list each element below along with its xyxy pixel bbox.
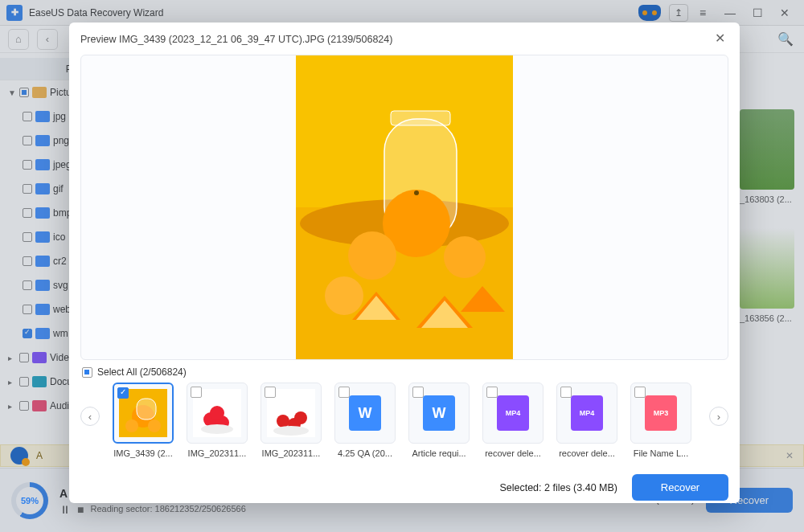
card-label: 4.25 QA (20...: [333, 448, 397, 458]
card-label: Article requi...: [407, 448, 471, 458]
svg-point-19: [201, 424, 233, 434]
card-checkbox[interactable]: [265, 387, 276, 398]
card-label: IMG_3439 (2...: [111, 448, 175, 458]
svg-rect-4: [391, 111, 450, 125]
svg-point-7: [348, 231, 396, 280]
strip-next-button[interactable]: ›: [709, 407, 728, 426]
select-all-checkbox[interactable]: [82, 367, 92, 378]
strip-card[interactable]: IMG_3439 (2...: [111, 383, 175, 458]
strip-card[interactable]: MP3 File Name L...: [629, 383, 693, 458]
card-label: IMG_202311...: [259, 448, 323, 458]
svg-point-6: [414, 190, 419, 195]
svg-rect-14: [137, 399, 156, 419]
card-checkbox[interactable]: [191, 387, 202, 398]
thumbnail-strip: ‹ IMG_3439 (2... IMG_202311... IMG_20231…: [80, 383, 728, 458]
word-icon: [349, 395, 381, 431]
svg-point-9: [325, 276, 363, 315]
card-label: File Name L...: [629, 448, 693, 458]
preview-title: Preview IMG_3439 (2023_12_21 06_39_47 UT…: [80, 34, 392, 45]
word-icon: [423, 395, 455, 431]
strip-card[interactable]: 4.25 QA (20...: [333, 383, 397, 458]
preview-image: [296, 55, 513, 360]
strip-card[interactable]: MP4 recover dele...: [555, 383, 619, 458]
card-checkbox[interactable]: [634, 387, 646, 398]
card-checkbox[interactable]: [117, 387, 129, 399]
svg-point-18: [210, 406, 224, 420]
strip-prev-button[interactable]: ‹: [80, 407, 100, 426]
svg-point-24: [273, 426, 309, 436]
selection-info: Selected: 2 files (3.40 MB): [499, 482, 617, 493]
mp4-icon: MP4: [571, 395, 603, 431]
strip-card[interactable]: IMG_202311...: [185, 383, 249, 458]
mp3-icon: MP3: [645, 395, 677, 431]
card-checkbox[interactable]: [560, 387, 572, 398]
card-checkbox[interactable]: [486, 387, 498, 398]
strip-card[interactable]: MP4 recover dele...: [481, 383, 545, 458]
svg-point-13: [148, 419, 161, 432]
card-label: recover dele...: [555, 448, 619, 458]
svg-point-21: [277, 415, 289, 428]
mp4-icon: MP4: [497, 395, 529, 431]
card-label: recover dele...: [481, 448, 545, 458]
svg-point-8: [444, 236, 486, 278]
card-checkbox[interactable]: [412, 387, 424, 398]
card-checkbox[interactable]: [338, 387, 350, 398]
card-label: IMG_202311...: [185, 448, 249, 458]
svg-point-23: [294, 411, 307, 424]
svg-point-12: [125, 419, 138, 432]
strip-card[interactable]: Article requi...: [407, 383, 471, 458]
preview-pane: [80, 55, 728, 360]
recover-button[interactable]: Recover: [632, 474, 728, 501]
select-all-label: Select All (2/506824): [97, 366, 187, 378]
strip-card[interactable]: IMG_202311...: [259, 383, 323, 458]
preview-dialog: Preview IMG_3439 (2023_12_21 06_39_47 UT…: [69, 23, 740, 503]
dialog-close-icon[interactable]: ✕: [711, 31, 728, 48]
